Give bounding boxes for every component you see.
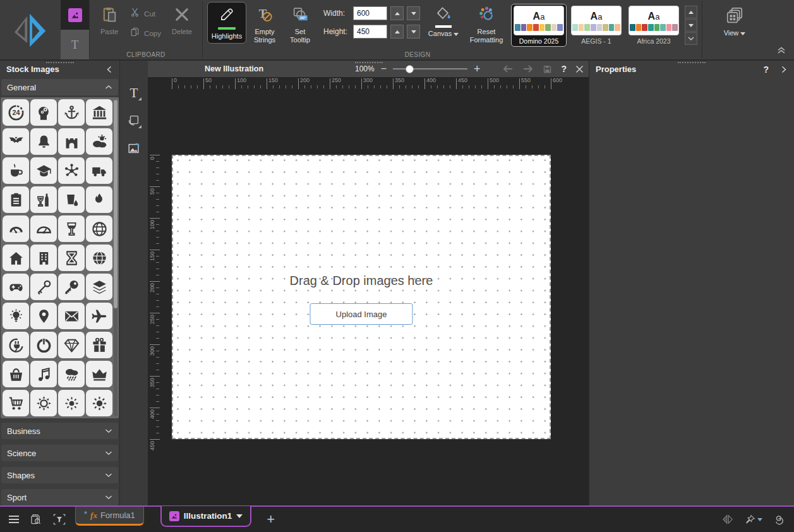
stock-image-bell-icon[interactable] [30,128,57,155]
width-input[interactable] [353,6,387,20]
stock-image-gift-box-icon[interactable] [86,332,112,358]
stock-image-rain-cloud-icon[interactable] [58,361,85,387]
sidebar-section-science[interactable]: Science [1,445,118,461]
stock-image-sun-outline-icon[interactable] [30,390,57,416]
upload-image-button[interactable]: Upload Image [310,303,413,325]
image-tool-button[interactable] [124,139,143,158]
stock-image-globe-lines-icon[interactable] [86,215,112,242]
stock-image-key-solid-icon[interactable] [58,274,85,300]
stock-image-sun-small-icon[interactable] [58,390,85,416]
highlights-button[interactable]: Highlights [207,2,246,44]
illustration-canvas[interactable]: Drag & Drop images here Upload Image [172,155,551,439]
set-tooltip-button[interactable]: Set Tooltip [283,2,317,44]
stock-image-graduation-cap-icon[interactable] [30,157,57,184]
collapse-ribbon-button[interactable] [776,45,786,57]
stock-image-wine-glass-icon[interactable] [58,215,85,242]
zoom-out-button[interactable]: − [381,64,387,74]
zoom-in-button[interactable]: + [474,63,481,75]
text-tool-button[interactable]: T [124,83,143,102]
stock-image-office-building-icon[interactable] [30,245,57,271]
stock-image-castle-icon[interactable] [58,128,85,155]
zoom-slider-thumb[interactable] [406,65,414,73]
filter-tabs-button[interactable] [53,514,66,525]
stock-image-envelope-icon[interactable] [58,303,85,329]
stock-image-power-plug-icon[interactable] [3,332,29,358]
stock-image-layers-icon[interactable] [86,274,112,300]
redo-arrow-button[interactable] [522,64,534,73]
stock-image-coffee-icon[interactable] [3,157,29,184]
sidebar-section-sport[interactable]: Sport [1,489,118,505]
add-tab-button[interactable]: + [267,507,275,532]
stock-image-wine-bottle-icon[interactable] [30,186,57,213]
gallery-scroll-down-button[interactable] [685,19,697,32]
stock-image-support-24h-icon[interactable]: 24 [3,99,29,126]
stock-image-music-notes-icon[interactable] [30,361,57,387]
stock-image-light-bulb-icon[interactable] [3,303,29,329]
spiral-tool-button[interactable] [773,513,785,526]
theme-domino-2025[interactable]: AaDomino 2025 [511,4,567,47]
stock-image-game-controller-icon[interactable] [3,274,29,300]
stock-image-bat-icon[interactable] [3,128,29,155]
reset-formatting-button[interactable]: Reset Formatting [463,2,510,44]
stock-image-airplane-icon[interactable] [86,303,112,329]
tab-illustration1[interactable]: Illustration1 [160,506,252,527]
tab-text-ribbon[interactable]: T [61,30,89,59]
stock-image-gauge-needle-icon[interactable] [30,215,57,242]
stock-image-bank-icon[interactable] [86,99,112,126]
width-decrement-button[interactable] [407,6,420,20]
theme-africa-2023[interactable]: AaAfrica 2023 [626,4,682,47]
view-dropdown-button[interactable]: View [714,2,755,37]
stock-image-shopping-cart-icon[interactable] [3,390,29,416]
empty-strings-button[interactable]: T Empty Strings [248,2,282,44]
stock-image-hourglass-icon[interactable] [58,245,85,271]
sidebar-section-general[interactable]: General [1,79,118,95]
copy-button[interactable]: Copy [126,24,165,42]
tab-illustration-ribbon[interactable] [61,0,89,30]
collapse-panel-button[interactable] [105,65,113,74]
sidebar-section-business[interactable]: Business [1,423,118,439]
stock-image-shopping-basket-icon[interactable] [3,361,29,387]
stock-image-globe-grid-icon[interactable] [86,245,112,271]
delete-button[interactable]: Delete [166,2,198,36]
stock-image-truck-icon[interactable] [86,157,112,184]
stock-image-diamond-icon[interactable] [58,332,85,358]
zoom-slider[interactable] [393,68,467,70]
close-document-button[interactable] [575,65,584,73]
stock-image-head-gears-icon[interactable] [30,99,57,126]
stock-image-drink-drop-icon[interactable] [58,186,85,213]
stock-image-cloud-sun-icon[interactable] [86,128,112,155]
stock-image-power-button-icon[interactable] [30,332,57,358]
gallery-scroll-up-button[interactable] [685,6,697,18]
pin-tool-button[interactable] [744,514,762,526]
cut-button[interactable]: Cut [126,4,165,23]
stock-image-crown-icon[interactable] [86,361,112,387]
tab-formula1[interactable]: * fx Formula1 [75,507,144,526]
gallery-expand-button[interactable] [685,32,697,45]
stock-image-fire-icon[interactable] [86,186,112,213]
expand-panel-button[interactable] [780,65,788,74]
stock-image-home-icon[interactable] [3,245,29,271]
sidebar-section-shapes[interactable]: Shapes [1,467,118,483]
stock-grid-scrollbar[interactable] [114,99,117,416]
height-decrement-button[interactable] [407,25,420,39]
shape-tool-button[interactable] [124,111,143,130]
theme-aegis-1[interactable]: AaAEGIS - 1 [568,4,624,47]
stock-image-molecule-icon[interactable] [58,157,85,184]
slideshow-button[interactable] [721,513,734,526]
save-button[interactable] [543,64,552,74]
height-input[interactable] [353,25,387,39]
paste-button[interactable]: Paste [94,2,124,36]
stock-image-location-pin-icon[interactable] [30,303,57,329]
stock-image-key-outline-icon[interactable] [30,274,57,300]
search-documents-button[interactable] [30,513,42,526]
canvas-dropdown-button[interactable]: Canvas [425,2,462,38]
width-increment-button[interactable] [390,6,404,20]
stock-image-gauge-icon[interactable] [3,215,29,242]
properties-help-button[interactable]: ? [763,64,769,75]
stock-image-sun-rays-icon[interactable] [86,390,112,416]
undo-arrow-button[interactable] [502,64,514,73]
menu-hamburger-button[interactable] [9,516,19,523]
help-button[interactable]: ? [561,64,567,74]
tab-dropdown-caret-icon[interactable] [236,514,243,521]
stock-image-clipboard-icon[interactable] [3,186,29,213]
